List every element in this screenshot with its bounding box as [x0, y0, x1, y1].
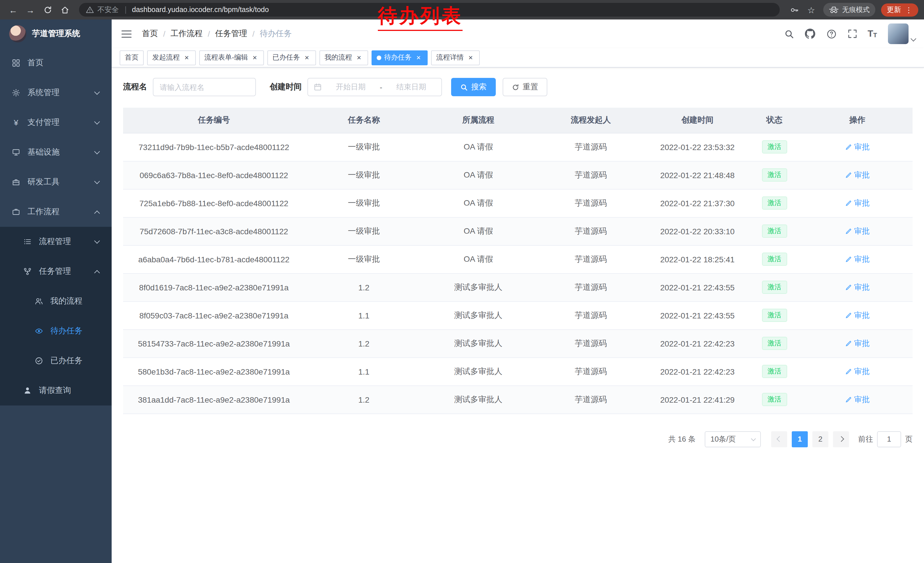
github-button[interactable]	[804, 27, 817, 40]
table-row: 8f0d1619-7ac8-11ec-a9e2-a2380e71991a 1.2…	[123, 273, 912, 301]
search-icon	[460, 83, 468, 91]
tag-form-edit[interactable]: 流程表单-编辑×	[199, 50, 264, 65]
help-button[interactable]	[825, 27, 838, 40]
cell-task-name: 1.2	[304, 329, 423, 357]
cell-starter: 芋道源码	[534, 273, 648, 301]
process-name-input[interactable]	[153, 78, 256, 96]
browser-update-button[interactable]: 更新 ⋮	[881, 3, 918, 17]
page-button-1[interactable]: 1	[792, 431, 808, 447]
bookmark-star-button[interactable]: ☆	[804, 2, 819, 17]
passwords-key-icon[interactable]	[787, 2, 801, 17]
approve-link[interactable]: 审批	[845, 366, 870, 377]
fullscreen-button[interactable]	[846, 27, 859, 40]
breadcrumb-separator: /	[252, 29, 255, 38]
approve-link[interactable]: 审批	[845, 394, 870, 405]
tag-process-detail[interactable]: 流程详情×	[431, 50, 480, 65]
tag-start-process[interactable]: 发起流程×	[147, 50, 196, 65]
chevron-up-icon	[94, 210, 100, 216]
update-label: 更新	[887, 5, 901, 15]
user-menu[interactable]	[888, 24, 915, 44]
edit-pencil-icon	[845, 340, 852, 347]
sidebar-item-process-mgmt[interactable]: 流程管理	[0, 227, 112, 257]
sidebar-item-payment[interactable]: ¥ 支付管理	[0, 108, 112, 137]
close-icon[interactable]: ×	[183, 54, 190, 62]
sidebar-item-leave-query[interactable]: 请假查询	[0, 376, 112, 405]
cell-time: 2022-01-21 22:43:55	[648, 301, 747, 329]
status-badge: 激活	[762, 365, 787, 378]
cell-task-name: 1.1	[304, 301, 423, 329]
cell-starter: 芋道源码	[534, 217, 648, 245]
sidebar-menu: 首页 系统管理 ¥ 支付管理 基础设施	[0, 48, 112, 405]
navbar-actions: TT	[783, 24, 915, 44]
approve-link[interactable]: 审批	[845, 142, 870, 152]
col-task-name: 任务名称	[304, 108, 423, 133]
approve-link[interactable]: 审批	[845, 170, 870, 180]
font-size-button[interactable]: TT	[868, 29, 877, 38]
browser-menu-icon[interactable]: ⋮	[905, 6, 912, 14]
question-icon	[826, 29, 836, 39]
reset-button[interactable]: 重置	[502, 78, 547, 96]
sidebar-item-home[interactable]: 首页	[0, 48, 112, 78]
cell-process: 测试多审批人	[423, 301, 534, 329]
table-row: 73211d9d-7b9b-11ec-b5b7-acde48001122 一级审…	[123, 133, 912, 161]
sidebar-item-todo-task[interactable]: 待办任务	[0, 316, 112, 346]
close-icon[interactable]: ×	[355, 54, 363, 62]
cell-task-id: 75d72608-7b7f-11ec-a3c8-acde48001122	[123, 217, 304, 245]
approve-link[interactable]: 审批	[845, 198, 870, 208]
sidebar-item-devtools[interactable]: 研发工具	[0, 167, 112, 197]
page-button-2[interactable]: 2	[812, 431, 828, 447]
breadcrumb-home[interactable]: 首页	[142, 29, 158, 39]
date-range-picker[interactable]: 开始日期 - 结束日期	[308, 78, 442, 96]
search-button[interactable]: 搜索	[451, 78, 496, 96]
check-circle-icon	[34, 356, 44, 365]
status-badge: 激活	[762, 337, 787, 350]
filter-bar: 流程名 创建时间 开始日期 - 结束日期 搜索 重	[123, 78, 912, 96]
approve-link[interactable]: 审批	[845, 282, 870, 293]
browser-home-button[interactable]	[57, 2, 72, 17]
user-avatar[interactable]	[888, 24, 909, 44]
next-page-button[interactable]	[833, 431, 849, 447]
close-icon[interactable]: ×	[466, 54, 475, 62]
cell-task-name: 1.1	[304, 357, 423, 386]
close-icon[interactable]: ×	[251, 54, 259, 62]
close-icon[interactable]: ×	[414, 54, 423, 62]
sidebar-item-done-task[interactable]: 已办任务	[0, 346, 112, 376]
todo-table: 任务编号 任务名称 所属流程 流程发起人 创建时间 状态 操作 73211d9d…	[123, 108, 912, 414]
prev-page-button[interactable]	[771, 431, 787, 447]
search-icon	[784, 29, 794, 39]
browser-back-button[interactable]: ←	[6, 2, 21, 17]
tag-home[interactable]: 首页	[120, 50, 144, 65]
reload-icon	[43, 6, 52, 14]
sidebar-item-task-mgmt[interactable]: 任务管理	[0, 257, 112, 286]
dashboard-icon	[12, 59, 21, 68]
tag-my-process[interactable]: 我的流程×	[320, 50, 368, 65]
sidebar-item-infra[interactable]: 基础设施	[0, 137, 112, 167]
key-icon	[790, 6, 798, 14]
browser-forward-button[interactable]: →	[23, 2, 38, 17]
breadcrumb-workflow[interactable]: 工作流程	[171, 29, 202, 39]
back-arrow-icon: ←	[9, 6, 18, 14]
cell-starter: 芋道源码	[534, 245, 648, 273]
tag-todo-task-active[interactable]: 待办任务×	[372, 50, 428, 65]
search-button[interactable]	[783, 27, 795, 40]
cell-time: 2022-01-22 21:37:30	[648, 189, 747, 217]
sidebar-collapse-button[interactable]	[120, 27, 133, 40]
edit-pencil-icon	[845, 368, 852, 375]
approve-link[interactable]: 审批	[845, 254, 870, 264]
approve-link[interactable]: 审批	[845, 310, 870, 320]
sidebar-item-my-process[interactable]: 我的流程	[0, 286, 112, 316]
close-icon[interactable]: ×	[303, 54, 311, 62]
cell-task-name: 一级审批	[304, 245, 423, 273]
breadcrumb-task-mgmt[interactable]: 任务管理	[215, 29, 248, 39]
approve-link[interactable]: 审批	[845, 226, 870, 236]
chevron-down-icon	[910, 36, 916, 42]
page-size-select[interactable]: 10条/页	[705, 431, 761, 447]
sidebar-item-system[interactable]: 系统管理	[0, 78, 112, 108]
sidebar-item-workflow[interactable]: 工作流程	[0, 197, 112, 227]
range-separator: -	[380, 83, 382, 92]
goto-page-input[interactable]	[877, 431, 901, 447]
approve-link[interactable]: 审批	[845, 338, 870, 348]
tag-done-task[interactable]: 已办任务×	[267, 50, 316, 65]
browser-reload-button[interactable]	[40, 2, 55, 17]
cell-task-name: 1.2	[304, 386, 423, 413]
